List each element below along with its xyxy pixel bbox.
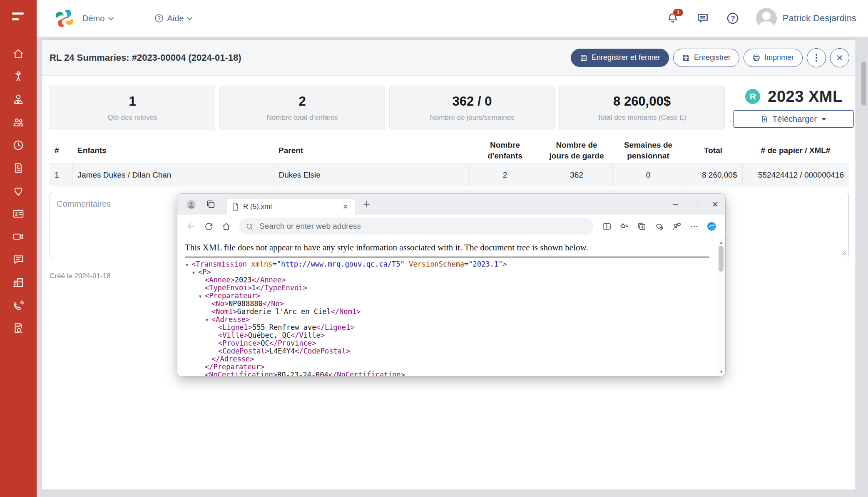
xml-line: </Preparateur>: [180, 363, 725, 371]
collapse-arrow-icon[interactable]: ▼: [199, 292, 205, 300]
maximize-icon: [693, 202, 698, 207]
address-input[interactable]: [259, 221, 587, 231]
xml-year-title: 2023 XML: [768, 88, 842, 106]
page-title: RL 24 Summaries: #2023-00004 (2024-01-18…: [50, 52, 241, 63]
workspaces-icon[interactable]: [205, 199, 216, 210]
account-menu[interactable]: Patrick Desjardins: [756, 8, 856, 29]
print-button[interactable]: Imprimer: [744, 49, 803, 67]
panel-header: RL 24 Summaries: #2023-00004 (2024-01-18…: [42, 40, 856, 76]
sidebar-item-children[interactable]: [9, 65, 27, 88]
brand-menu[interactable]: Démo: [82, 14, 114, 23]
sidebar-item-schedule[interactable]: [9, 134, 27, 156]
sidebar-item-organization[interactable]: [9, 271, 27, 294]
header-actions: Enregistrer et fermer Enregistrer Imprim…: [571, 48, 849, 67]
help-menu[interactable]: ? Aide: [154, 13, 193, 23]
browser-essentials-button[interactable]: [650, 218, 668, 235]
window-close-button[interactable]: ✕: [705, 194, 725, 215]
split-screen-icon: [602, 222, 612, 231]
more-options-button[interactable]: [807, 48, 826, 67]
help-button[interactable]: ?: [726, 12, 739, 25]
col-semaines: Semaines de pensionnat: [612, 138, 684, 164]
collapse-arrow-icon[interactable]: ▼: [192, 269, 198, 277]
content-scrollbar[interactable]: ▲ ▼: [717, 238, 725, 376]
favorites-button[interactable]: [615, 218, 633, 235]
window-maximize-button[interactable]: [685, 194, 705, 215]
sidebar-item-billing[interactable]: $: [9, 156, 27, 179]
home-button[interactable]: [217, 218, 235, 235]
copilot-button[interactable]: [703, 218, 720, 235]
sidebar-item-id-cards[interactable]: [9, 202, 27, 225]
xml-line: <NoCertification>RQ-23-24-004</NoCertifi…: [180, 371, 725, 376]
scrollbar-thumb[interactable]: [719, 246, 724, 272]
sidebar-item-messages[interactable]: [9, 248, 27, 271]
scroll-up-icon[interactable]: ▲: [717, 240, 725, 245]
table-row[interactable]: 1 James Dukes / Dilan Chan Dukes Elsie 2…: [50, 164, 849, 186]
xml-line: <Nom1>Garderie l'Arc en Ciel</Nom1>: [180, 308, 725, 316]
refresh-button[interactable]: [200, 218, 217, 235]
browser-window: R (5).xml ✕ ✕: [177, 194, 725, 376]
sidebar-item-families[interactable]: [9, 111, 27, 134]
menu-toggle-icon[interactable]: [12, 12, 25, 20]
help-label: Aide: [167, 14, 184, 23]
summary-table: # Enfants Parent Nombre d'enfants Nombre…: [50, 138, 849, 186]
document-icon: [232, 203, 239, 211]
close-icon: ✕: [712, 200, 719, 208]
xml-line: ▼<P>: [180, 268, 725, 276]
invoice-icon: $: [12, 162, 25, 174]
back-button[interactable]: [182, 218, 200, 235]
star-lines-icon: [619, 222, 629, 231]
chat-bubble-icon: [12, 253, 25, 266]
app-logo: [52, 6, 77, 30]
stat-card-montants: 8 260,00$ Total des montants (Case E): [559, 86, 725, 130]
question-circle-icon: ?: [154, 13, 164, 23]
heart-icon: [12, 185, 25, 197]
top-header: Démo ? Aide 1 ? Patrick Desjardins: [37, 0, 868, 37]
xml-download-block: R 2023 XML Télécharger: [733, 86, 855, 128]
stats-row: 1 Qté des relevés 2 Nombre total d'enfan…: [50, 86, 725, 130]
collapse-arrow-icon[interactable]: ▼: [186, 261, 192, 269]
col-total: Total: [684, 138, 742, 164]
new-tab-icon[interactable]: [362, 199, 372, 209]
col-enfants: Enfants: [72, 138, 274, 164]
ellipsis-icon: [689, 222, 699, 231]
scroll-down-icon[interactable]: ▼: [717, 370, 725, 374]
avatar: [756, 8, 777, 29]
xml-line: <Ligne1>555 Renfrew ave</Ligne1>: [180, 324, 725, 331]
save-button[interactable]: Enregistrer: [673, 49, 739, 67]
collections-button[interactable]: [633, 218, 650, 235]
tab-title: R (5).xml: [243, 203, 341, 211]
search-icon: [246, 223, 254, 230]
sidebar-item-video[interactable]: [9, 225, 27, 248]
resize-grip[interactable]: [841, 250, 847, 256]
clock-icon: [12, 139, 25, 151]
copilot-icon: [706, 221, 717, 232]
sidebar-item-staff[interactable]: [9, 88, 27, 111]
download-button[interactable]: Télécharger: [733, 110, 854, 128]
collapse-arrow-icon[interactable]: ▼: [206, 316, 211, 324]
notification-badge: 1: [673, 9, 683, 16]
close-panel-button[interactable]: [830, 48, 849, 67]
printer-icon: [752, 54, 761, 62]
sidebar-item-calls[interactable]: [9, 294, 27, 316]
col-jours-garde: Nombre de jours de garde: [541, 138, 612, 164]
browser-tabstrip: R (5).xml ✕ ✕: [177, 194, 725, 215]
notifications-button[interactable]: 1: [666, 12, 679, 25]
browser-content: This XML file does not appear to have an…: [177, 238, 725, 376]
sidebar-item-reports[interactable]: [9, 316, 27, 339]
address-bar[interactable]: [239, 218, 594, 235]
sidebar-item-home[interactable]: [9, 42, 27, 65]
chat-icon: [696, 12, 709, 25]
sidebar-item-health[interactable]: [9, 179, 27, 202]
page-scrollbar[interactable]: [861, 62, 866, 106]
browser-profile-icon[interactable]: [186, 199, 197, 210]
revenu-quebec-badge: R: [745, 89, 760, 104]
split-screen-button[interactable]: [598, 218, 615, 235]
feedback-button[interactable]: [668, 218, 685, 235]
tab-close-icon[interactable]: ✕: [341, 203, 350, 211]
settings-more-button[interactable]: [685, 218, 703, 235]
browser-tab[interactable]: R (5).xml ✕: [227, 199, 355, 215]
col-nombre-enfants: Nombre d'enfants: [469, 138, 541, 164]
messages-button[interactable]: [696, 12, 709, 25]
save-and-close-button[interactable]: Enregistrer et fermer: [571, 49, 669, 67]
window-minimize-button[interactable]: [665, 194, 685, 215]
